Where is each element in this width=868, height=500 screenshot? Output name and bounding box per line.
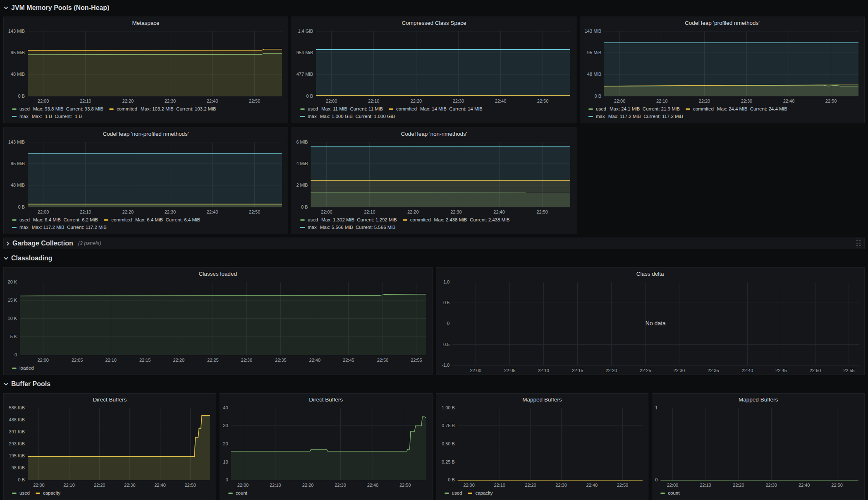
x-axis-tick-label: 22:10 [656, 99, 668, 103]
x-axis-tick-label: 22:10 [368, 99, 380, 103]
x-axis-tick-label: 22:00 [667, 483, 679, 488]
y-axis-tick-label: 0 [447, 321, 450, 326]
time-series-chart[interactable]: 22:0022:1022:2022:3022:4022:50143 MiB95 … [4, 27, 288, 105]
panel-mapped-buffers-bytes: Mapped Buffers 22:0022:1022:2022:3022:40… [436, 393, 649, 500]
series-color-dash-icon [300, 116, 305, 117]
legend-series-name[interactable]: used [452, 490, 462, 497]
y-axis-tick-label: 1.00 B [442, 405, 455, 410]
x-axis-tick-label: 22:40 [367, 483, 378, 488]
section-header-jvm-memory-pools[interactable]: JVM Memory Pools (Non-Heap) [3, 0, 865, 16]
no-data-text: No data [645, 320, 665, 327]
x-axis-tick-label: 22:50 [184, 483, 196, 488]
legend-series-name[interactable]: count [668, 490, 679, 497]
time-series-chart[interactable]: 22:0022:1022:2022:3022:4022:50403020100 [220, 404, 432, 489]
legend-series-stats: Max: 11 MiB Current: 11 MiB [321, 106, 383, 113]
time-series-chart[interactable]: 22:0022:1022:2022:3022:4022:501.4 GiB954… [292, 27, 576, 105]
panel-title[interactable]: Compressed Class Space [292, 17, 576, 27]
legend-series-name[interactable]: commited [111, 216, 132, 224]
legend-series-name[interactable]: commited [117, 106, 137, 113]
series-area-max [28, 154, 282, 207]
x-axis-tick-label: 22:20 [411, 99, 422, 103]
time-series-chart[interactable]: 22:0022:1022:2022:3022:4022:50586 KiB488… [4, 404, 216, 489]
legend-series-name[interactable]: max [308, 113, 317, 120]
legend-item-used: usedMax: 1.302 MiB Current: 1.292 MiB [300, 216, 397, 224]
legend-series-name[interactable]: used [308, 216, 318, 224]
x-axis-tick-label: 22:20 [94, 483, 105, 488]
legend-series-name[interactable]: commited [693, 106, 714, 113]
time-series-chart[interactable]: 22:0022:1022:2022:3022:4022:50143 MiB95 … [4, 138, 288, 216]
legend-series-name[interactable]: max [19, 224, 29, 231]
panel-title[interactable]: CodeHeap 'profiled nmethods' [580, 17, 864, 27]
legend-item-used: usedMax: 24.1 MiB Current: 21.9 MiB [588, 106, 680, 113]
y-axis-tick-label: 0 B [18, 477, 25, 482]
series-area-max [316, 50, 570, 96]
section-header-buffer-pools[interactable]: Buffer Pools [3, 375, 865, 393]
section-header-garbage-collection[interactable]: Garbage Collection (3 panels) [3, 238, 865, 249]
y-axis-tick-label: 586 KiB [9, 405, 25, 410]
time-series-chart[interactable]: 22:0022:1022:2022:3022:4022:506 MiB4 MiB… [292, 138, 576, 216]
section-title: Classloading [11, 255, 53, 262]
legend-item-capacity: capacity [36, 490, 60, 497]
panel-title[interactable]: Class delta [436, 268, 865, 278]
y-axis-tick-label: 0 [225, 477, 228, 482]
series-color-dash-icon [300, 219, 305, 221]
time-series-chart[interactable]: 22:0022:1022:2022:3022:4022:501.00 B0.75… [436, 404, 648, 489]
series-area-loaded [20, 294, 426, 355]
x-axis-tick-label: 22:20 [173, 358, 185, 363]
panel-title[interactable]: CodeHeap 'non-nmethods' [292, 128, 576, 138]
panel-row-4: Direct Buffers 22:0022:1022:2022:3022:40… [3, 393, 865, 500]
time-series-chart[interactable]: 22:0022:0522:1022:1522:2022:2522:3022:35… [4, 278, 432, 364]
y-axis-tick-label: 15 K [8, 298, 17, 303]
y-axis-tick-label: 0 B [448, 477, 455, 482]
series-color-dash-icon [12, 108, 17, 110]
series-line-commited [28, 49, 282, 50]
legend-series-stats: Max: 117.2 MiB Current: 117.2 MiB [32, 224, 107, 231]
y-axis-tick-label: 6 MiB [296, 139, 308, 144]
x-axis-tick-label: 22:10 [494, 483, 505, 488]
panel-title[interactable]: Direct Buffers [4, 394, 216, 404]
legend: usedcapacity [4, 489, 216, 500]
legend-series-name[interactable]: loaded [19, 365, 34, 372]
legend-series-name[interactable]: capacity [475, 490, 493, 497]
panel-title[interactable]: Classes loaded [4, 268, 432, 278]
legend-series-name[interactable]: used [19, 490, 30, 497]
panel-compressed-class-space: Compressed Class Space 22:0022:1022:2022… [292, 17, 576, 123]
series-line-count [231, 417, 426, 451]
x-axis-tick-label: 22:00 [38, 209, 49, 214]
panel-classes-loaded: Classes loaded 22:0022:0522:1022:1522:20… [3, 267, 433, 375]
legend-series-name[interactable]: used [19, 216, 30, 224]
legend-series-name[interactable]: used [19, 106, 30, 113]
legend-series-stats: Max: 5.566 MiB Current: 5.566 MiB [320, 224, 396, 231]
section-header-classloading[interactable]: Classloading [3, 249, 865, 267]
series-color-dash-icon [104, 219, 108, 221]
x-axis-tick-label: 22:10 [63, 483, 75, 488]
legend-series-name[interactable]: commited [410, 216, 431, 224]
legend-series-name[interactable]: commited [396, 106, 417, 113]
panel-title[interactable]: Direct Buffers [220, 394, 432, 404]
x-axis-tick-label: 22:10 [270, 483, 281, 488]
time-series-chart[interactable]: 22:0022:1022:2022:3022:4022:5010 [652, 404, 864, 489]
legend-series-name[interactable]: used [596, 106, 606, 113]
panel-title[interactable]: Mapped Buffers [652, 394, 864, 404]
legend-series-name[interactable]: capacity [43, 490, 60, 497]
series-color-dash-icon [300, 227, 305, 228]
x-axis-tick-label: 22:40 [783, 99, 795, 103]
panel-title[interactable]: Metaspace [4, 17, 288, 27]
legend-series-name[interactable]: used [308, 106, 318, 113]
legend-series-name[interactable]: max [596, 113, 605, 120]
time-series-chart[interactable]: 22:0022:0522:1022:1522:2022:2522:3022:35… [436, 278, 865, 375]
panel-title[interactable]: CodeHeap 'non-profiled nmethods' [4, 128, 288, 138]
x-axis-tick-label: 22:30 [450, 209, 462, 214]
x-axis-tick-label: 22:50 [537, 99, 549, 103]
legend-series-name[interactable]: max [308, 224, 317, 231]
drag-handle-icon[interactable] [855, 239, 861, 248]
panel-row-3: Classes loaded 22:0022:0522:1022:1522:20… [3, 267, 865, 375]
legend-series-name[interactable]: count [236, 490, 247, 497]
y-axis-tick-label: 48 MiB [11, 183, 25, 188]
y-axis-tick-label: 0 [14, 352, 17, 357]
series-color-dash-icon [12, 219, 17, 221]
time-series-chart[interactable]: 22:0022:1022:2022:3022:4022:50143 MiB95 … [580, 27, 864, 105]
legend-series-name[interactable]: max [19, 113, 29, 120]
series-color-dash-icon [588, 108, 593, 110]
panel-title[interactable]: Mapped Buffers [436, 394, 648, 404]
